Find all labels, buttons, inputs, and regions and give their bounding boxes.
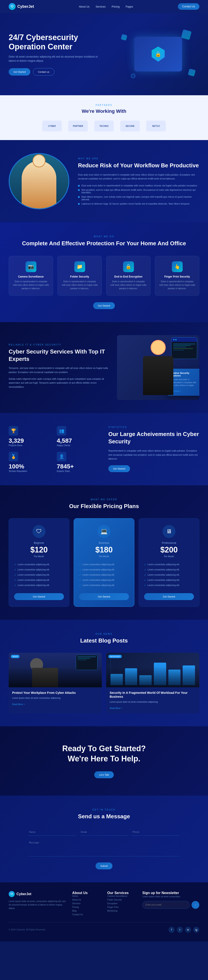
newsletter-email-input[interactable] [142, 901, 190, 909]
partner-logo-3: SECURE [120, 121, 140, 131]
hero-content: 24/7 Cybersecurity Operation Center Dolo… [9, 33, 100, 76]
newsletter-submit-button[interactable]: → [192, 901, 199, 909]
instagram-icon[interactable]: ig [193, 927, 199, 933]
pricing-feature-1-3: ✓Lorem consectetur adipiscing elit. [79, 578, 129, 583]
stat-item-3: 👤 7845+ Experts Team [57, 452, 100, 473]
camera-surveillance-icon: 📷 [26, 261, 37, 272]
pricing-feature-2-0: ✓Lorem consectetur adipiscing elit. [144, 562, 194, 567]
cyber-desc-1: Temporis, sed ipse dolor in reprehenderi… [9, 366, 108, 374]
why-bullet-3: Laborum et dolorum fuga. Et harum quidem… [78, 202, 199, 205]
message-textarea[interactable] [28, 839, 180, 856]
why-description: Duis aute irure dolor in reprehenderit i… [78, 173, 199, 181]
blog-card-content-0: Protect Your Workplace From Cyber Attack… [9, 687, 102, 710]
nav-link-services[interactable]: Services [96, 5, 106, 8]
footer-link-0-4[interactable]: Blog [72, 910, 101, 912]
folder-security-icon: 📁 [74, 261, 85, 272]
pricing-card-beginner: 🛡 Beginner $120 Per Month ✓Lorem consect… [9, 518, 69, 607]
services-cta-button[interactable]: Get Started [93, 302, 115, 309]
pricing-price-0: $120 [14, 545, 64, 554]
facebook-icon[interactable]: f [168, 927, 174, 933]
linkedin-icon[interactable]: in [185, 927, 191, 933]
partner-logo-0: CYBER [42, 121, 62, 131]
cta-button[interactable]: Let's Talk [94, 771, 114, 778]
footer-link-0-1[interactable]: About Us [72, 899, 101, 901]
service-card-0: 📷 Camera Surveillance Dolor in reprehend… [9, 256, 53, 296]
nav-cta-button[interactable]: Contact Us [178, 3, 199, 10]
footer-link-0-5[interactable]: Contact Us [72, 913, 101, 916]
footer-link-1-1[interactable]: Folder Security [107, 899, 136, 901]
pricing-feature-1-2: ✓Lorem consectetur adipiscing elit. [79, 573, 129, 578]
services-section: WHAT WE DO Complete And Effective Protec… [0, 222, 208, 322]
hero-section: 24/7 Cybersecurity Operation Center Dolo… [0, 13, 208, 95]
service-card-2: 🔒 End to End Encryption Dolor in reprehe… [106, 256, 150, 296]
pricing-feature-0-1: ✓Lorem consectetur adipiscing elit. [14, 567, 64, 573]
nav-logo: 🛡 CyberJet [9, 3, 34, 10]
stat-label-1: Happy Clients [57, 444, 100, 447]
hero-secondary-button[interactable]: Contact us [33, 68, 54, 76]
bullet-dot-1 [78, 189, 80, 191]
blog-read-more-0[interactable]: Read More > [12, 703, 25, 705]
footer-link-1-4[interactable]: Monitoring [107, 910, 136, 912]
contact-submit-button[interactable]: Submit [96, 862, 112, 869]
footer-link-1-0[interactable]: Camera Surveillance [107, 895, 136, 897]
pricing-btn-1[interactable]: Get Started [79, 593, 129, 600]
name-input[interactable] [28, 829, 77, 835]
stat-icon-0: 🏆 [9, 426, 18, 436]
cyber-card-title: Creative Security Solutions [170, 372, 198, 377]
footer-link-0-3[interactable]: Pricing [72, 906, 101, 908]
blog-img-0: NEWS [9, 653, 102, 687]
footer-link-0-0[interactable]: Home [72, 895, 101, 897]
footer-link-0-2[interactable]: Services [72, 902, 101, 905]
stats-section: 🏆 3,329 Projects Done 👥 4,587 Happy Clie… [0, 413, 208, 485]
blog-category-0: NEWS [11, 655, 19, 658]
hero-primary-button[interactable]: Get Started [9, 68, 30, 76]
email-input[interactable] [80, 829, 128, 835]
hero-description: Dolor sit amet consectetur adipiscing el… [9, 55, 100, 63]
footer-links-col-1: Our Services Camera Surveillance Folder … [107, 891, 136, 916]
blog-read-more-1[interactable]: Read More > [110, 707, 122, 710]
form-row-top [28, 829, 180, 835]
pricing-btn-0[interactable]: Get Started [14, 593, 64, 600]
hero-visual: 🔒 ⚙ [117, 26, 199, 82]
pricing-feature-0-4: ✓Lorem consectetur adipiscing elit. [14, 583, 64, 588]
footer-links-list-1: Camera Surveillance Folder Security Encr… [107, 895, 136, 912]
check-icon: ✓ [14, 584, 16, 587]
stat-item-2: 🏅 100% Techian Reputation [9, 452, 51, 473]
pricing-plan-icon-2: 🖥 [163, 525, 176, 538]
nav-link-pricing[interactable]: Pricing [112, 5, 120, 8]
phone-input[interactable] [131, 829, 180, 835]
bullet-dot-3 [78, 203, 80, 205]
check-icon: ✓ [79, 579, 81, 582]
pricing-btn-2[interactable]: Get Started [144, 593, 194, 600]
footer-description: Lorem ipsum dolor sit amet, consectetur … [9, 900, 66, 910]
pricing-features-0: ✓Lorem consectetur adipiscing elit. ✓Lor… [14, 562, 64, 588]
pricing-plan-name-1: Business [79, 541, 129, 544]
why-bullets: Duis aute irure dolor in reprehenderit i… [78, 184, 199, 205]
footer-link-1-2[interactable]: Encryption [107, 902, 136, 905]
contact-form: Submit [28, 829, 180, 869]
pricing-feature-2-4: ✓Lorem consectetur adipiscing elit. [144, 583, 194, 588]
pricing-feature-1-1: ✓Lorem consectetur adipiscing elit. [79, 567, 129, 573]
stat-label-0: Projects Done [9, 444, 51, 447]
twitter-icon[interactable]: t [177, 927, 183, 933]
bullet-dot-0 [78, 185, 80, 187]
nav-link-about[interactable]: About Us [79, 5, 90, 8]
service-title-1: Folder Security [61, 275, 98, 278]
cyber-tag: RELIABLE IT & CYBER SECURITY [9, 344, 108, 346]
stats-cta-button[interactable]: Get Started [108, 465, 130, 472]
blog-card-0: NEWS Protect Your Workplace From Cyber A… [9, 653, 102, 713]
nav-link-pages[interactable]: Pages [126, 5, 133, 8]
blog-category-1: IMPORTANT [108, 655, 122, 658]
pricing-feature-2-2: ✓Lorem consectetur adipiscing elit. [144, 573, 194, 578]
footer-link-1-3[interactable]: Finger Print [107, 906, 136, 908]
pricing-plan-name-0: Beginner [14, 541, 64, 544]
hero-title: 24/7 Cybersecurity Operation Center [9, 33, 100, 51]
stat-item-1: 👥 4,587 Happy Clients [57, 426, 100, 447]
cyber-content: RELIABLE IT & CYBER SECURITY Cyber Secur… [9, 344, 108, 391]
brand-name: CyberJet [18, 4, 34, 9]
pricing-feature-2-1: ✓Lorem consectetur adipiscing elit. [144, 567, 194, 573]
bullet-dot-2 [78, 196, 80, 198]
gear-icon: ⚙ [130, 72, 136, 80]
why-bullet-2: Nam libero tempore, cum soluta nobis est… [78, 196, 199, 200]
pricing-section: WHAT WE OFFER Our Flexible Pricing Plans… [0, 485, 208, 620]
